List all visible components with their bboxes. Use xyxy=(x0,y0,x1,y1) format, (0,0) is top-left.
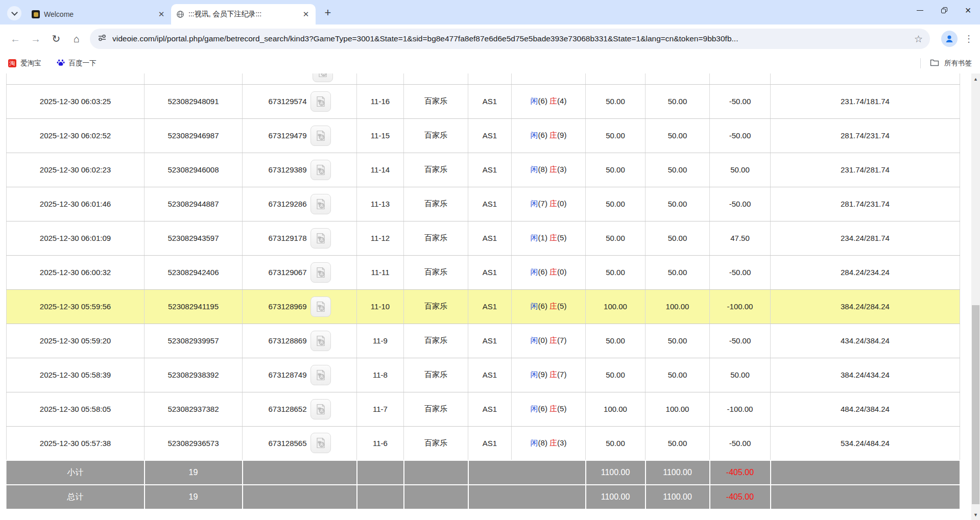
cell-win-loss: -100.00 xyxy=(710,289,771,324)
welcome-favicon xyxy=(32,10,40,18)
scroll-down-arrow[interactable]: ▼ xyxy=(971,510,980,519)
bookmarks-bar: 淘 爱淘宝 百度一下 所有书签 xyxy=(0,53,980,73)
partial-row-body xyxy=(7,73,960,84)
cell-bet-time: 2025-12-30 05:59:56 xyxy=(7,289,145,324)
bet-table-row: 2025-12-30 05:59:20 523082939957 6731288… xyxy=(7,324,960,358)
cell-account: AS1 xyxy=(468,187,512,221)
home-button[interactable]: ⌂ xyxy=(66,29,87,49)
banker-result: 庄 xyxy=(549,165,557,174)
cell-account: AS1 xyxy=(468,153,512,187)
profile-avatar[interactable] xyxy=(941,31,958,47)
cell-bet-id: 523082937382 xyxy=(145,392,243,426)
player-result: 闲 xyxy=(531,96,538,105)
bet-table-row: 2025-12-30 06:02:52 523082946987 6731294… xyxy=(7,118,960,153)
forward-button[interactable]: → xyxy=(26,29,46,49)
cell-bet-amount[interactable]: 50.00 xyxy=(586,118,646,153)
video-replay-button[interactable] xyxy=(310,262,331,283)
bet-table-row: 2025-12-30 05:57:38 523082936573 6731285… xyxy=(7,426,960,460)
cell-bet-id: 523082948091 xyxy=(145,84,243,118)
bookmark-star-icon[interactable]: ☆ xyxy=(914,33,923,45)
browser-toolbar: ← → ↻ ⌂ videoie.com/ipl/portal.php/game/… xyxy=(0,24,980,53)
subtotal-row: 小计 19 1100.00 1100.00 -405.00 xyxy=(7,460,960,485)
cell-valid-bet: 50.00 xyxy=(646,426,710,460)
video-replay-button[interactable] xyxy=(310,126,331,146)
cell-valid-bet: 100.00 xyxy=(646,392,710,426)
video-replay-button[interactable] xyxy=(310,160,331,180)
video-replay-button[interactable] xyxy=(313,73,333,82)
bet-table-row: 2025-12-30 06:02:23 523082946008 6731293… xyxy=(7,153,960,187)
bet-table-row: 2025-12-30 05:58:05 523082937382 6731286… xyxy=(7,392,960,426)
cell-game-result: 闲(6) 庄(5) xyxy=(512,289,586,324)
cell-win-loss: 50.00 xyxy=(710,153,771,187)
back-button[interactable]: ← xyxy=(5,29,26,49)
video-replay-button[interactable] xyxy=(310,194,331,214)
scrollbar[interactable]: ▲ ▼ xyxy=(971,73,980,520)
bet-table-row: 2025-12-30 06:01:46 523082944887 6731292… xyxy=(7,187,960,221)
round-number: 673129574 xyxy=(268,97,306,106)
bookmark-label: 爱淘宝 xyxy=(20,59,41,68)
globe-icon xyxy=(176,10,184,18)
all-bookmarks[interactable]: 所有书签 xyxy=(920,58,972,68)
tab-bet-records[interactable]: :::视讯, 会员下注纪录::: ✕ xyxy=(171,4,316,24)
cell-balance: 234.24/281.74 xyxy=(771,221,960,255)
cell-round: 673129574 xyxy=(243,84,357,118)
site-info-icon[interactable] xyxy=(97,33,107,45)
video-replay-button[interactable] xyxy=(310,91,331,112)
cell-bet-amount[interactable]: 50.00 xyxy=(586,84,646,118)
video-replay-button[interactable] xyxy=(310,228,331,249)
cell-win-loss: 47.50 xyxy=(710,221,771,255)
new-tab-button[interactable]: + xyxy=(321,6,335,19)
cell-game-type: 百家乐 xyxy=(404,84,468,118)
minimize-button[interactable] xyxy=(908,0,932,20)
reload-button[interactable]: ↻ xyxy=(46,29,66,49)
tab-close-icon[interactable]: ✕ xyxy=(157,10,166,19)
cell-bet-time: 2025-12-30 06:02:52 xyxy=(7,118,145,153)
cell-bet-time: 2025-12-30 06:02:23 xyxy=(7,153,145,187)
address-bar[interactable]: videoie.com/ipl/portal.php/game/betrecor… xyxy=(90,29,930,49)
cell-table-number: 11-16 xyxy=(357,84,404,118)
tab-close-icon[interactable]: ✕ xyxy=(301,10,310,19)
scroll-up-arrow[interactable]: ▲ xyxy=(971,75,980,83)
video-replay-button[interactable] xyxy=(310,399,331,419)
player-result: 闲 xyxy=(531,370,538,379)
round-number: 673128869 xyxy=(268,336,306,345)
divider xyxy=(920,58,921,68)
cell-bet-amount[interactable]: 50.00 xyxy=(586,255,646,289)
cell-bet-amount[interactable]: 50.00 xyxy=(586,358,646,392)
video-replay-button[interactable] xyxy=(310,365,331,385)
browser-menu-icon[interactable]: ⋮ xyxy=(963,33,975,44)
video-replay-button[interactable] xyxy=(310,296,331,317)
cell-win-loss: -50.00 xyxy=(710,324,771,358)
video-replay-button[interactable] xyxy=(310,331,331,351)
cell-bet-amount[interactable]: 50.00 xyxy=(586,221,646,255)
all-bookmarks-label: 所有书签 xyxy=(944,59,972,68)
restore-icon xyxy=(941,7,947,13)
subtotal-valid: 1100.00 xyxy=(646,460,710,485)
total-valid: 1100.00 xyxy=(646,485,710,509)
url-text[interactable]: videoie.com/ipl/portal.php/game/betrecor… xyxy=(112,34,909,43)
cell-game-type: 百家乐 xyxy=(404,426,468,460)
cell-bet-amount[interactable]: 100.00 xyxy=(586,392,646,426)
cell-game-result: 闲(6) 庄(9) xyxy=(512,118,586,153)
cell-round: 673129479 xyxy=(243,118,357,153)
tab-search-button[interactable] xyxy=(7,6,21,20)
banker-result: 庄 xyxy=(549,404,557,413)
cell-bet-amount[interactable]: 50.00 xyxy=(586,426,646,460)
scrollbar-thumb[interactable] xyxy=(972,305,979,504)
bookmark-baidu[interactable]: 百度一下 xyxy=(57,59,97,68)
close-button[interactable]: × xyxy=(956,0,980,20)
cell-bet-amount[interactable]: 50.00 xyxy=(586,187,646,221)
total-bet: 1100.00 xyxy=(586,485,646,509)
cell-win-loss: -50.00 xyxy=(710,255,771,289)
tab-welcome[interactable]: Welcome ✕ xyxy=(27,4,171,24)
restore-button[interactable] xyxy=(932,0,956,20)
video-replay-button[interactable] xyxy=(310,433,331,453)
summary-body: 小计 19 1100.00 1100.00 -405.00 总计 19 1100… xyxy=(7,460,960,509)
cell-bet-amount[interactable]: 50.00 xyxy=(586,324,646,358)
bookmark-aitaobao[interactable]: 淘 爱淘宝 xyxy=(8,59,41,68)
cell-bet-amount[interactable]: 50.00 xyxy=(586,153,646,187)
round-number: 673128565 xyxy=(268,439,306,448)
cell-win-loss: -50.00 xyxy=(710,187,771,221)
cell-bet-amount[interactable]: 100.00 xyxy=(586,289,646,324)
partial-table-row xyxy=(7,73,960,84)
